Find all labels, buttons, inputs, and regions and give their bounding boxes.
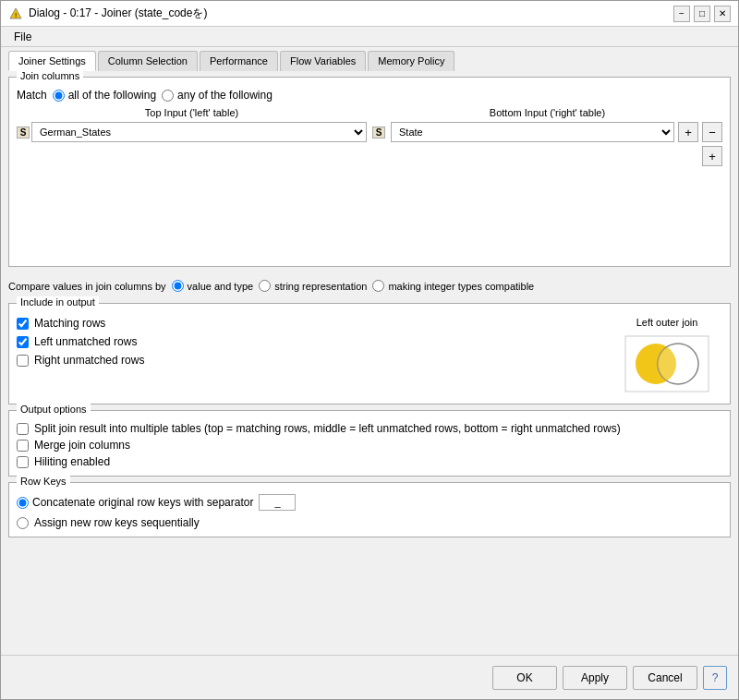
hilite-checkbox[interactable] — [17, 456, 29, 468]
output-left: Matching rows Left unmatched rows Right … — [17, 317, 602, 396]
assign-radio[interactable] — [17, 517, 29, 529]
file-menu[interactable]: File — [8, 29, 37, 45]
matching-rows-row[interactable]: Matching rows — [17, 317, 602, 330]
title-controls: − □ ✕ — [673, 6, 731, 22]
minimize-button[interactable]: − — [673, 6, 690, 22]
cancel-button[interactable]: Cancel — [633, 666, 697, 690]
compare-option2-label[interactable]: string representation — [259, 280, 367, 292]
tab-performance[interactable]: Performance — [200, 51, 278, 71]
column-row: S German_States S State + − — [17, 122, 722, 142]
row-keys-group: Row Keys Concatenate original row keys w… — [8, 482, 731, 537]
assign-row[interactable]: Assign new row keys sequentially — [17, 516, 722, 529]
right-column-select-wrapper: S State + − — [372, 122, 722, 142]
join-columns-label: Join columns — [17, 71, 83, 81]
tab-joiner-settings[interactable]: Joiner Settings — [8, 51, 96, 71]
svg-text:!: ! — [15, 11, 17, 19]
compare-option1-radio[interactable] — [172, 280, 184, 292]
separator-input[interactable] — [259, 494, 296, 511]
add-row-button[interactable]: + — [702, 146, 722, 166]
left-column-select-wrapper: S German_States — [17, 122, 367, 142]
left-unmatched-row[interactable]: Left unmatched rows — [17, 335, 602, 348]
match-row: Match all of the following any of the fo… — [17, 89, 722, 102]
left-column-select[interactable]: German_States — [31, 122, 367, 142]
left-unmatched-checkbox[interactable] — [17, 336, 29, 348]
compare-label: Compare values in join columns by — [8, 281, 166, 292]
remove-column-button[interactable]: − — [702, 122, 722, 142]
compare-option2-radio[interactable] — [259, 280, 271, 292]
bottom-input-header: Bottom Input ('right' table) — [372, 107, 722, 118]
row-keys-content: Concatenate original row keys with separ… — [17, 494, 722, 529]
s-badge-left: S — [17, 127, 30, 139]
concat-label[interactable]: Concatenate original row keys with separ… — [17, 496, 253, 509]
app-icon: ! — [8, 6, 23, 21]
menu-bar: File — [1, 27, 738, 47]
concat-radio[interactable] — [17, 497, 29, 509]
compare-option1-label[interactable]: value and type — [172, 280, 254, 292]
match-any-radio[interactable] — [162, 90, 174, 102]
column-headers: Top Input ('left' table) Bottom Input ('… — [17, 107, 722, 118]
output-options-content: Split join result into multiple tables (… — [17, 422, 722, 468]
ok-button[interactable]: OK — [492, 666, 557, 690]
matching-rows-checkbox[interactable] — [17, 318, 29, 330]
right-unmatched-row[interactable]: Right unmatched rows — [17, 354, 602, 367]
merge-checkbox[interactable] — [17, 440, 29, 452]
help-button[interactable]: ? — [703, 666, 727, 690]
join-columns-group: Join columns Match all of the following … — [8, 77, 731, 267]
maximize-button[interactable]: □ — [694, 6, 710, 22]
close-button[interactable]: ✕ — [714, 6, 731, 22]
tab-flow-variables[interactable]: Flow Variables — [280, 51, 366, 71]
match-all-radio[interactable] — [53, 90, 65, 102]
merge-row[interactable]: Merge join columns — [17, 439, 722, 452]
join-type-label: Left outer join — [636, 317, 698, 328]
right-unmatched-checkbox[interactable] — [17, 355, 29, 367]
empty-rows — [17, 166, 722, 259]
tab-memory-policy[interactable]: Memory Policy — [368, 51, 454, 71]
row-keys-label: Row Keys — [17, 476, 70, 487]
tabs-bar: Joiner Settings Column Selection Perform… — [1, 47, 738, 71]
output-options-label: Output options — [17, 404, 91, 415]
output-right: Left outer join — [612, 317, 722, 396]
main-window: ! Dialog - 0:17 - Joiner (state_codeを) −… — [0, 0, 739, 700]
include-output-group: Include in output Matching rows Left unm… — [8, 303, 731, 404]
content-area: Join columns Match all of the following … — [1, 71, 738, 655]
s-badge-right: S — [372, 127, 385, 139]
concat-row: Concatenate original row keys with separ… — [17, 494, 722, 511]
top-input-header: Top Input ('left' table) — [17, 107, 367, 118]
add-row-btn-container: + — [17, 146, 722, 166]
split-row[interactable]: Split join result into multiple tables (… — [17, 422, 722, 435]
title-bar: ! Dialog - 0:17 - Joiner (state_codeを) −… — [1, 1, 738, 27]
venn-diagram — [621, 332, 713, 396]
output-options-group: Output options Split join result into mu… — [8, 410, 731, 477]
split-checkbox[interactable] — [17, 423, 29, 435]
match-label: Match — [17, 89, 47, 102]
compare-option3-label[interactable]: making integer types compatible — [372, 280, 534, 292]
compare-option3-radio[interactable] — [372, 280, 384, 292]
footer: OK Apply Cancel ? — [1, 655, 738, 699]
match-any-label[interactable]: any of the following — [162, 89, 273, 102]
right-column-select[interactable]: State — [391, 122, 674, 142]
apply-button[interactable]: Apply — [563, 666, 627, 690]
add-column-button[interactable]: + — [678, 122, 698, 142]
match-all-label[interactable]: all of the following — [53, 89, 156, 102]
join-columns-content: Match all of the following any of the fo… — [17, 89, 722, 259]
include-output-label: Include in output — [17, 296, 99, 308]
title-text: Dialog - 0:17 - Joiner (state_codeを) — [29, 6, 207, 21]
title-bar-left: ! Dialog - 0:17 - Joiner (state_codeを) — [8, 6, 207, 21]
output-content: Matching rows Left unmatched rows Right … — [17, 317, 722, 396]
tab-column-selection[interactable]: Column Selection — [98, 51, 198, 71]
hilite-row[interactable]: Hiliting enabled — [17, 455, 722, 468]
compare-row: Compare values in join columns by value … — [8, 276, 731, 296]
